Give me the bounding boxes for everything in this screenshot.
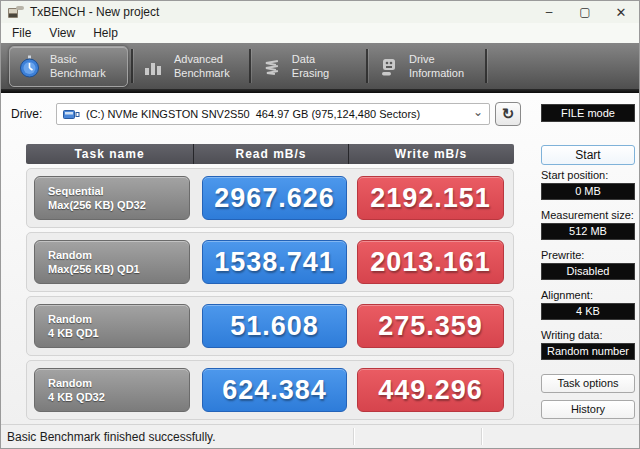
prewrite-value[interactable]: Disabled xyxy=(541,263,635,280)
tab-separator xyxy=(249,49,251,83)
read-value: 2967.626 xyxy=(202,176,347,220)
menu-view[interactable]: View xyxy=(40,24,84,42)
alignment-label: Alignment: xyxy=(541,289,635,301)
start-button[interactable]: Start xyxy=(541,145,635,165)
task-button-random-qd1-256k[interactable]: Random Max(256 KB) QD1 xyxy=(34,240,190,284)
tab-label-line: Drive xyxy=(409,53,464,66)
tab-drive-information[interactable]: Drive Information xyxy=(370,46,482,87)
write-value: 275.359 xyxy=(357,304,504,348)
chevron-down-icon: ⌄ xyxy=(473,107,483,117)
measurement-size-label: Measurement size: xyxy=(541,209,635,221)
maximize-button[interactable]: ▢ xyxy=(567,1,603,23)
read-value: 624.384 xyxy=(202,368,347,412)
content-area: Drive: (C:) NVMe KINGSTON SNV2S50 464.97… xyxy=(1,93,639,424)
tab-data-erasing[interactable]: Data Erasing xyxy=(253,46,363,87)
status-separator xyxy=(481,428,482,445)
task-name-line: 4 KB QD1 xyxy=(48,326,189,340)
task-name-line: 4 KB QD32 xyxy=(48,390,189,404)
title-bar: TxBENCH - New project – ▢ ✕ xyxy=(1,1,639,23)
drive-select[interactable]: (C:) NVMe KINGSTON SNV2S50 464.97 GB (97… xyxy=(56,103,490,125)
benchmark-table-header: Task name Read mB/s Write mB/s xyxy=(26,144,514,164)
tab-separator xyxy=(366,49,368,83)
menu-file[interactable]: File xyxy=(3,24,40,42)
writing-data-value[interactable]: Random number xyxy=(541,343,635,360)
window-title: TxBENCH - New project xyxy=(30,5,159,19)
header-task-name: Task name xyxy=(26,144,194,164)
tab-label-line: Data Erasing xyxy=(292,53,355,79)
measurement-size-value[interactable]: 512 MB xyxy=(541,223,635,240)
task-button-sequential-qd32[interactable]: Sequential Max(256 KB) QD32 xyxy=(34,176,190,220)
task-name-line: Sequential xyxy=(48,184,189,198)
app-window: TxBENCH - New project – ▢ ✕ File View He… xyxy=(0,0,640,449)
read-value: 1538.741 xyxy=(202,240,347,284)
tab-label-line: Benchmark xyxy=(174,67,230,80)
menu-help[interactable]: Help xyxy=(84,24,127,42)
tab-label-line: Benchmark xyxy=(50,67,106,80)
header-read: Read mB/s xyxy=(194,144,349,164)
disk-drive-icon xyxy=(63,108,80,121)
table-row: Random Max(256 KB) QD1 1538.741 2013.161 xyxy=(26,232,514,292)
writing-data-label: Writing data: xyxy=(541,329,635,341)
task-name-line: Random xyxy=(48,248,189,262)
tab-basic-benchmark[interactable]: Basic Benchmark xyxy=(9,46,128,87)
task-name-line: Random xyxy=(48,312,189,326)
file-mode-indicator: FILE mode xyxy=(541,104,635,122)
task-name-line: Max(256 KB) QD1 xyxy=(48,262,189,276)
tab-label-line: Basic xyxy=(50,53,106,66)
write-value: 449.296 xyxy=(357,368,504,412)
header-write: Write mB/s xyxy=(349,144,513,164)
prewrite-label: Prewrite: xyxy=(541,249,635,261)
start-position-value[interactable]: 0 MB xyxy=(541,183,635,200)
close-button[interactable]: ✕ xyxy=(603,1,639,23)
erase-icon xyxy=(261,56,283,78)
tab-bar: Basic Benchmark Advanced Benchmark xyxy=(1,43,639,93)
table-row: Random 4 KB QD1 51.608 275.359 xyxy=(26,296,514,356)
task-button-random-4k-qd1[interactable]: Random 4 KB QD1 xyxy=(34,304,190,348)
status-bar: Basic Benchmark finished successfully. xyxy=(1,424,639,448)
settings-sidebar: FILE mode Start Start position: 0 MB Mea… xyxy=(529,93,639,424)
tab-separator xyxy=(485,49,487,83)
menu-bar: File View Help xyxy=(1,23,639,43)
write-value: 2013.161 xyxy=(357,240,504,284)
drive-label: Drive: xyxy=(11,107,42,121)
write-value: 2192.151 xyxy=(357,176,504,220)
status-message: Basic Benchmark finished successfully. xyxy=(7,430,216,444)
table-row: Random 4 KB QD32 624.384 449.296 xyxy=(26,360,514,420)
tab-separator xyxy=(131,49,133,83)
app-icon xyxy=(8,6,24,19)
start-position-label: Start position: xyxy=(541,169,635,181)
task-options-button[interactable]: Task options xyxy=(541,374,635,393)
drive-row: Drive: (C:) NVMe KINGSTON SNV2S50 464.97… xyxy=(1,103,531,127)
history-button[interactable]: History xyxy=(541,400,635,419)
alignment-value[interactable]: 4 KB xyxy=(541,303,635,320)
read-value: 51.608 xyxy=(202,304,347,348)
task-button-random-4k-qd32[interactable]: Random 4 KB QD32 xyxy=(34,368,190,412)
refresh-icon: ↻ xyxy=(502,105,515,123)
drive-selected-value: (C:) NVMe KINGSTON SNV2S50 464.97 GB (97… xyxy=(86,108,473,120)
tab-advanced-benchmark[interactable]: Advanced Benchmark xyxy=(135,46,245,87)
refresh-drives-button[interactable]: ↻ xyxy=(495,102,521,126)
minimize-button[interactable]: – xyxy=(531,1,567,23)
tab-label-line: Information xyxy=(409,67,464,80)
drive-icon xyxy=(378,56,400,78)
task-name-line: Max(256 KB) QD32 xyxy=(48,198,189,212)
tab-label-line: Advanced xyxy=(174,53,230,66)
task-name-line: Random xyxy=(48,376,189,390)
table-row: Sequential Max(256 KB) QD32 2967.626 219… xyxy=(26,168,514,228)
status-separator xyxy=(353,428,354,445)
stopwatch-icon xyxy=(18,55,41,78)
bar-chart-icon xyxy=(143,56,165,78)
